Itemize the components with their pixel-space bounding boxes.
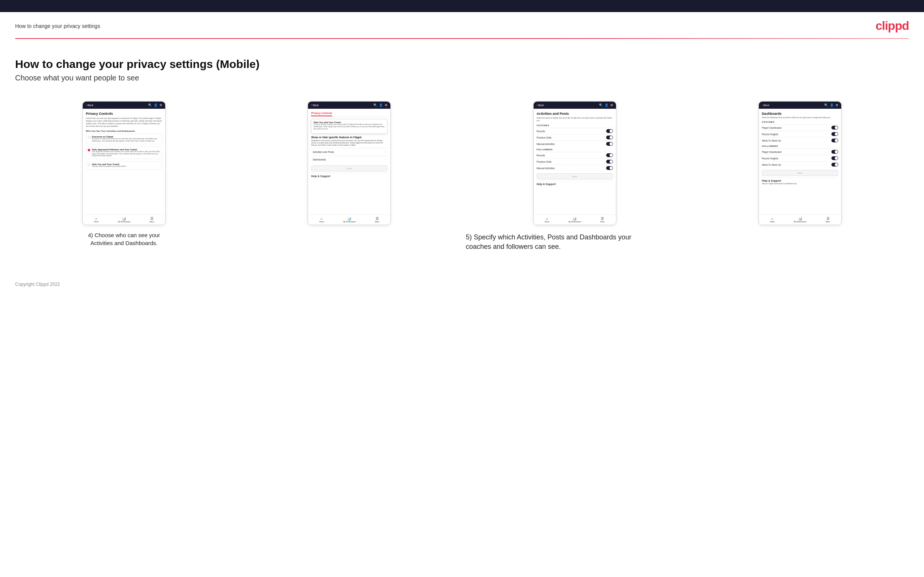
back-button-2[interactable]: ‹ Back	[311, 104, 318, 106]
nav-performance-2[interactable]: 📊 My Performance	[343, 217, 355, 223]
nav-menu-2[interactable]: ☰ Menu	[375, 217, 379, 223]
toggle-roundinsights-coaches: Round Insights	[762, 131, 838, 137]
roundinsights-coaches-toggle[interactable]	[832, 132, 838, 136]
nav-home-label-3: Home	[544, 221, 549, 223]
nav-home-2[interactable]: ⌂ Home	[319, 217, 324, 223]
back-button-4[interactable]: ‹ Back	[762, 104, 769, 106]
phone-bottom-nav-4: ⌂ Home 📊 My Performance ☰ Menu	[759, 214, 841, 225]
roundinsights-followers-toggle[interactable]	[832, 156, 838, 160]
followers-label-4: FOLLOWERS	[762, 145, 838, 147]
roundinsights-followers-label: Round Insights	[762, 157, 778, 160]
chevron-activities: ›	[385, 150, 386, 154]
drills-coaches-toggle[interactable]	[606, 135, 613, 139]
person-icon-4[interactable]: 👤	[830, 103, 834, 107]
menu-row-activities[interactable]: Activities and Posts ›	[311, 148, 388, 156]
drills-followers-label: Practice Drills	[536, 161, 552, 163]
nav-home-1[interactable]: ⌂ Home	[94, 217, 99, 223]
radio-only-you[interactable]: Only You and Your Coach Only you and the…	[86, 161, 162, 169]
nav-performance-1[interactable]: 📊 My Performance	[118, 217, 130, 223]
save-btn-4[interactable]: Save	[762, 170, 838, 176]
chart-icon-4: 📊	[798, 217, 802, 221]
nav-menu-label-2: Menu	[375, 221, 379, 223]
person-icon-1[interactable]: 👤	[154, 103, 158, 107]
nav-menu-label-4: Menu	[826, 221, 830, 223]
save-btn-3[interactable]: Save	[536, 173, 613, 179]
privacy-tab-bar-2: Privacy Controls	[311, 112, 388, 117]
search-icon-2[interactable]: 🔍	[373, 103, 377, 107]
phone-navbar-1: ‹ Back 🔍 👤 ⚙	[83, 102, 165, 109]
privacy-controls-title-1: Privacy Controls	[86, 112, 162, 116]
manual-followers-toggle[interactable]	[606, 166, 613, 170]
save-btn-2[interactable]: Save	[311, 165, 388, 171]
back-button-3[interactable]: ‹ Back	[536, 104, 544, 106]
chart-icon-1: 📊	[122, 217, 126, 221]
whattowork-followers-label: What To Work On	[762, 163, 781, 166]
rounds-coaches-label: Rounds	[536, 130, 545, 132]
phone-body-3: Activities and Posts Select the types of…	[534, 109, 616, 214]
privacy-tab-2[interactable]: Privacy Controls	[311, 112, 332, 116]
person-icon-3[interactable]: 👤	[605, 103, 609, 107]
activities-title-3: Activities and Posts	[536, 112, 613, 116]
radio-everyone[interactable]: Everyone on Clippd Everyone on Clippd ca…	[86, 134, 162, 144]
phone-body-1: Privacy Controls Control how you and you…	[83, 109, 165, 214]
toggle-rounds-coaches: Rounds	[536, 127, 613, 134]
rounds-followers-toggle[interactable]	[606, 153, 613, 157]
help-row-4: Help & Support Visit our Clippd communit…	[762, 177, 838, 186]
drills-followers-toggle[interactable]	[606, 160, 613, 163]
search-icon-1[interactable]: 🔍	[148, 103, 152, 107]
search-icon-3[interactable]: 🔍	[599, 103, 603, 107]
radio-circle-approved	[88, 149, 90, 152]
logo: clippd	[876, 19, 909, 33]
menu-row-dashboards[interactable]: Dashboards ›	[311, 156, 388, 163]
phone-navbar-3: ‹ Back 🔍 👤 ⚙	[534, 102, 616, 109]
person-icon-2[interactable]: 👤	[379, 103, 383, 107]
nav-performance-4[interactable]: 📊 My Performance	[794, 217, 806, 223]
activities-posts-label: Activities and Posts	[313, 151, 334, 153]
phone-body-4: Dashboards Select the dashboards that yo…	[759, 109, 841, 214]
search-icon-4[interactable]: 🔍	[824, 103, 828, 107]
nav-menu-1[interactable]: ☰ Menu	[150, 217, 154, 223]
radio-approved[interactable]: Only Approved Followers and Your Coach O…	[86, 147, 162, 160]
playerdash-coaches-toggle[interactable]	[832, 126, 838, 129]
dashboards-desc-4: Select the dashboards that you'd like to…	[762, 117, 838, 119]
manual-coaches-label: Manual Activities	[536, 143, 555, 145]
settings-icon-4[interactable]: ⚙	[835, 103, 838, 107]
nav-performance-3[interactable]: 📊 My Performance	[569, 217, 581, 223]
nav-home-3[interactable]: ⌂ Home	[544, 217, 549, 223]
phone-bottom-nav-3: ⌂ Home 📊 My Performance ☰ Menu	[534, 214, 616, 225]
whattowork-coaches-toggle[interactable]	[832, 139, 838, 142]
breadcrumb: How to change your privacy settings	[15, 23, 100, 29]
manual-followers-label: Manual Activities	[536, 167, 555, 169]
settings-icon-3[interactable]: ⚙	[610, 103, 613, 107]
menu-icon-4: ☰	[827, 217, 830, 221]
radio-desc-everyone: Everyone on Clippd can search for you an…	[92, 138, 160, 142]
help-label-2: Help & Support	[311, 175, 388, 177]
coaches-label-3: COACHES	[536, 124, 613, 126]
dashboards-title-4: Dashboards	[762, 112, 838, 116]
navbar-icons-4: 🔍 👤 ⚙	[824, 103, 838, 107]
settings-icon-1[interactable]: ⚙	[160, 103, 162, 107]
dropdown-desc-only-you: Only you and the coaches you connect wit…	[313, 124, 385, 130]
playerdash-coaches-label: Player Dashboard	[762, 126, 782, 129]
back-button-1[interactable]: ‹ Back	[86, 104, 93, 106]
dropdown-option-only-you: Only You and Your Coach Only you and the…	[313, 121, 385, 130]
help-row-2: Help & Support	[311, 173, 388, 179]
help-label-3: Help & Support	[536, 183, 613, 185]
manual-coaches-toggle[interactable]	[606, 142, 613, 146]
toggle-manual-followers: Manual Activities	[536, 164, 613, 171]
coaches-label-4: COACHES	[762, 121, 838, 123]
phone-bottom-nav-2: ⌂ Home 📊 My Performance ☰ Menu	[308, 214, 390, 225]
rounds-coaches-toggle[interactable]	[606, 129, 613, 133]
nav-menu-label-3: Menu	[601, 221, 605, 223]
whattowork-followers-toggle[interactable]	[832, 163, 838, 166]
nav-menu-4[interactable]: ☰ Menu	[826, 217, 830, 223]
radio-circle-everyone	[88, 136, 90, 139]
settings-icon-2[interactable]: ⚙	[385, 103, 388, 107]
toggle-playerdash-followers: Player Dashboard	[762, 148, 838, 155]
navbar-icons-3: 🔍 👤 ⚙	[599, 103, 613, 107]
playerdash-followers-toggle[interactable]	[832, 150, 838, 154]
nav-menu-label-1: Menu	[150, 221, 154, 223]
navbar-icons-1: 🔍 👤 ⚙	[148, 103, 162, 107]
nav-menu-3[interactable]: ☰ Menu	[601, 217, 605, 223]
nav-home-4[interactable]: ⌂ Home	[770, 217, 774, 223]
